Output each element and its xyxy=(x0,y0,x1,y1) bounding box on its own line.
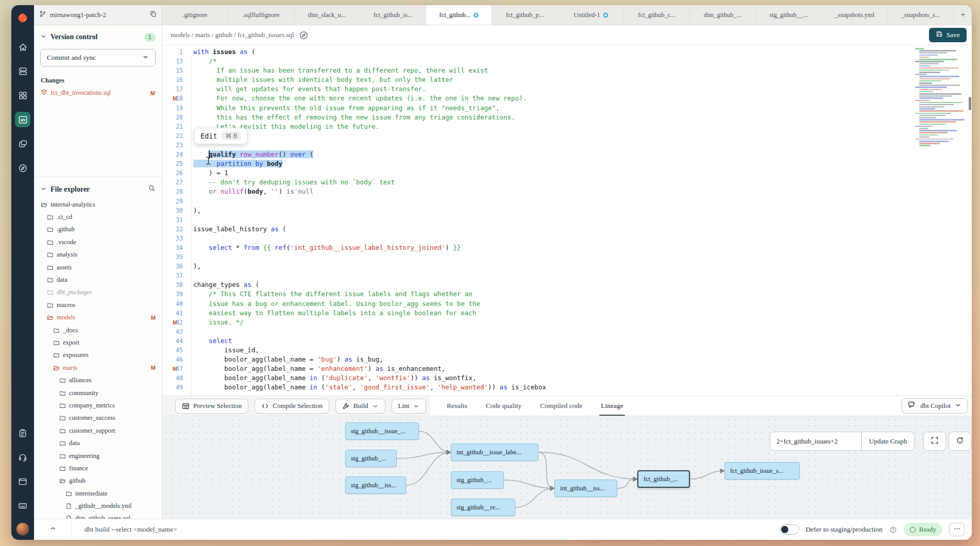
user-avatar[interactable] xyxy=(16,522,29,536)
lineage-node[interactable]: int_github__iss... xyxy=(554,480,617,497)
code-line[interactable]: 39 /* This CTE flattens the different is… xyxy=(162,289,972,299)
update-graph-button[interactable]: Update Graph xyxy=(861,432,915,451)
preview-selection-button[interactable]: Preview Selection xyxy=(175,399,248,414)
code-line[interactable]: 17 will get updates for events that happ… xyxy=(162,84,972,94)
compile-selection-button[interactable]: Compile Selection xyxy=(255,399,329,414)
panel-tab-results[interactable]: Results xyxy=(447,396,467,416)
file-tree-item[interactable]: export xyxy=(34,336,162,349)
editor-tab[interactable]: fct_github_p... xyxy=(492,5,558,25)
file-tree-item[interactable]: github xyxy=(34,475,162,487)
file-tree-item[interactable]: exposures xyxy=(34,349,162,362)
code-line[interactable]: 35 xyxy=(162,252,972,262)
file-tree-item[interactable]: data xyxy=(34,274,162,286)
code-line[interactable]: 30), xyxy=(162,206,972,215)
changed-file-row[interactable]: fct_dbt_invocations.sql M xyxy=(34,87,162,99)
file-tree-item[interactable]: analysis xyxy=(34,249,162,261)
file-tree-item[interactable]: customer_success xyxy=(34,412,162,424)
file-tree-item[interactable]: macros xyxy=(34,299,162,311)
chevron-down-icon[interactable] xyxy=(40,185,47,194)
code-line[interactable]: 46 boolor_agg(label_name = 'bug') as is_… xyxy=(162,355,972,364)
apps-icon[interactable] xyxy=(15,88,30,103)
code-line[interactable]: 45 issue_id, xyxy=(162,346,972,355)
refresh-graph-button[interactable] xyxy=(949,432,971,451)
file-tree-item[interactable]: community xyxy=(34,387,162,399)
editor-tab[interactable]: fct_github_is... xyxy=(360,5,426,25)
file-tree-item[interactable]: _docs xyxy=(34,324,162,336)
editor-tab[interactable]: dim_github_... xyxy=(690,5,756,25)
code-line[interactable]: 49 boolor_agg(label_name in ('stale', 'g… xyxy=(162,383,972,392)
file-tree-item[interactable]: engineering xyxy=(34,450,162,462)
ide-icon[interactable] xyxy=(15,112,30,127)
editor-tab[interactable]: fct_github_c... xyxy=(624,5,690,25)
code-line[interactable]: 15 If an issue has been transferred to a… xyxy=(162,66,972,75)
duplicate-icon[interactable] xyxy=(15,136,30,151)
code-line[interactable]: 33 xyxy=(162,234,972,243)
editor-tab[interactable]: dim_slack_u... xyxy=(294,5,360,25)
code-line[interactable]: 34 select * from {{ ref('int_github__iss… xyxy=(162,243,972,252)
commit-and-sync-button[interactable]: Commit and sync xyxy=(40,49,156,66)
code-minimap[interactable] xyxy=(915,48,969,160)
file-tree-item[interactable]: company_metrics xyxy=(34,399,162,412)
file-tree-item[interactable]: alliances xyxy=(34,374,162,386)
code-line[interactable]: 28 or nullif(body, '') is null xyxy=(162,187,972,196)
code-line[interactable]: 32issue_label_history as ( xyxy=(162,225,972,234)
lineage-node[interactable]: stg_github_... xyxy=(345,450,397,467)
docs-compass-icon[interactable] xyxy=(299,30,309,40)
file-tree-item[interactable]: .github xyxy=(34,224,162,236)
code-line[interactable]: 40 issue has a bug or enhancement label.… xyxy=(162,299,972,309)
file-tree-item[interactable]: .vscode xyxy=(34,236,162,248)
code-line[interactable]: 44 select xyxy=(162,336,972,346)
edit-tooltip[interactable]: Edit ⌘ B xyxy=(194,128,247,144)
code-line[interactable]: 27 -- don't try deduping issues with no … xyxy=(162,178,972,187)
code-line[interactable]: M42 issue. */ xyxy=(162,318,972,327)
code-line[interactable]: M18 For now, choose the one with more re… xyxy=(162,94,972,103)
editor-tab[interactable]: _snapshots.yml xyxy=(822,5,888,25)
file-tree-item[interactable]: _github__models.yml xyxy=(34,500,162,512)
search-icon[interactable] xyxy=(148,184,156,194)
file-tree-item[interactable]: intermediate xyxy=(34,487,162,500)
lineage-node[interactable]: stg_github__iss... xyxy=(345,476,406,494)
file-tree-item[interactable]: martsM xyxy=(34,362,162,374)
code-line[interactable]: 24 qualify row_number() over ( xyxy=(162,150,972,159)
clipboard-icon[interactable] xyxy=(15,425,30,441)
file-tree-item[interactable]: internal-analytics xyxy=(34,198,162,211)
code-line[interactable]: 20 this has the effect of removing the n… xyxy=(162,113,972,122)
code-line[interactable]: 48 boolor_agg(label_name in ('duplicate'… xyxy=(162,373,972,383)
editor-tab[interactable]: stg_github__... xyxy=(756,5,822,25)
code-line[interactable]: 41 easiest way to flatten multiple label… xyxy=(162,309,972,318)
code-line[interactable]: M47 boolor_agg(label_name = 'enhancement… xyxy=(162,364,972,373)
new-tab-button[interactable]: + xyxy=(954,5,972,25)
code-line[interactable]: 29 xyxy=(162,197,972,206)
branch-bar[interactable]: mirnawong1-patch-2 xyxy=(34,5,162,25)
file-tree-item[interactable]: assets xyxy=(34,261,162,274)
dbt-copilot-button[interactable]: dbt Copilot xyxy=(902,398,968,414)
code-line[interactable]: 36), xyxy=(162,262,972,271)
code-line[interactable]: 25 partition by body xyxy=(162,159,972,168)
browser-icon[interactable] xyxy=(15,474,30,489)
code-editor[interactable]: 1with issues as (13 /*15 If an issue has… xyxy=(162,45,972,396)
file-tree-item[interactable]: modelsM xyxy=(34,312,162,324)
lineage-node[interactable]: stg_github__issue_... xyxy=(345,422,419,440)
code-line[interactable]: 13 /* xyxy=(162,57,972,66)
file-tree-item[interactable]: customer_support xyxy=(34,424,162,437)
lineage-node[interactable]: fct_github_issue_s... xyxy=(724,462,800,480)
code-line[interactable]: 43 xyxy=(162,327,972,336)
panel-tab-code-quality[interactable]: Code quality xyxy=(486,396,521,416)
panel-tab-compiled-code[interactable]: Compiled code xyxy=(540,396,582,416)
code-line[interactable]: 37 xyxy=(162,271,972,280)
collapse-command-bar-button[interactable] xyxy=(34,519,72,540)
chevron-down-icon[interactable] xyxy=(40,32,47,42)
home-icon[interactable] xyxy=(15,39,30,55)
file-tree-item[interactable]: data xyxy=(34,437,162,449)
file-tree-item[interactable]: dim_github_users.sql xyxy=(34,513,162,519)
code-line[interactable]: 22 xyxy=(162,131,972,141)
lineage-node[interactable]: fct_github_... xyxy=(637,470,690,488)
copy-icon[interactable] xyxy=(149,10,157,20)
code-line[interactable]: 21 Let's revisit this modeling in the fu… xyxy=(162,122,972,131)
lineage-node[interactable]: stg_github_... xyxy=(451,471,504,489)
file-tree-item[interactable]: .ci_cd xyxy=(34,211,162,223)
defer-toggle[interactable] xyxy=(780,524,799,535)
code-line[interactable]: 31 xyxy=(162,215,972,225)
lineage-node[interactable]: int_github__issue_labe... xyxy=(451,443,538,461)
help-icon[interactable] xyxy=(889,526,897,534)
